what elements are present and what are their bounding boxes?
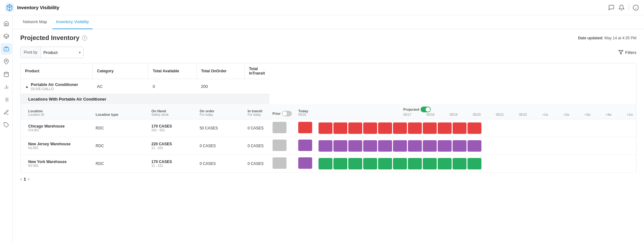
- color-box: [319, 158, 332, 169]
- page-header: Projected Inventory i Date updated: May …: [20, 34, 636, 42]
- main-layout: Network Map Inventory Visibility Project…: [0, 15, 644, 243]
- color-box: [467, 140, 481, 152]
- loc-type: RDC: [93, 119, 148, 137]
- sidebar-item-grid[interactable]: [1, 30, 12, 42]
- color-box: [378, 158, 392, 169]
- color-box-today: [298, 157, 312, 169]
- sub-col-location: Location Location ID: [21, 104, 93, 119]
- pagination-current: 1: [24, 177, 26, 181]
- loc-projected-boxes: [315, 137, 636, 155]
- date-updated: Date updated: May 14 at 4:35 PM: [578, 36, 636, 40]
- loc-name-cell: Chicago Warehouse CH-001: [21, 119, 93, 137]
- color-box: [453, 122, 467, 134]
- pagination-prev[interactable]: ‹: [20, 176, 22, 181]
- product-sub: OLIVE-GALLO: [31, 87, 78, 91]
- tabs-bar: Network Map Inventory Visibility: [13, 15, 644, 29]
- chat-icon[interactable]: [608, 4, 615, 11]
- color-box: [363, 140, 377, 152]
- app-title: Inventory Visibility: [17, 5, 59, 10]
- sidebar-item-chart[interactable]: [1, 81, 12, 93]
- sidebar-item-list[interactable]: [1, 94, 12, 105]
- color-box: [348, 140, 362, 152]
- sub-col-today: Today 05/16: [295, 104, 400, 119]
- color-box: [408, 140, 422, 152]
- sidebar-item-calendar[interactable]: [1, 69, 12, 80]
- color-box: [467, 122, 481, 134]
- product-cell: ▲ Portable Air Conditioner OLIVE-GALLO: [21, 79, 93, 94]
- pivot-select[interactable]: Product Location Category: [41, 47, 79, 58]
- color-box: [453, 140, 467, 152]
- loc-on-order: 50 CASES: [196, 119, 244, 137]
- col-product: Product: [21, 63, 93, 79]
- color-box: [378, 140, 392, 152]
- pagination: ‹ 1 ›: [20, 173, 636, 185]
- top-bar-left: Inventory Visibility: [5, 3, 59, 12]
- color-box-today: [298, 140, 312, 151]
- top-bar-icons: [608, 4, 639, 11]
- color-box: [467, 158, 481, 169]
- color-box: [378, 122, 392, 134]
- divider: [628, 4, 629, 11]
- projected-inventory-info-icon[interactable]: i: [82, 36, 87, 41]
- color-box: [348, 122, 362, 134]
- list-item: New Jersey Warehouse NJ-001 RDC 220 CASE…: [21, 137, 636, 155]
- pagination-next[interactable]: ›: [28, 176, 29, 181]
- pivot-arrow-icon: ▾: [79, 50, 83, 55]
- sub-section-header: Locations With Portable Air Conditioner: [21, 94, 636, 104]
- projected-toggle[interactable]: [421, 107, 431, 112]
- color-box: [333, 122, 347, 134]
- loc-today-box: [295, 155, 315, 173]
- tab-network-map[interactable]: Network Map: [19, 15, 51, 29]
- color-box-prior: [273, 140, 287, 151]
- loc-prior-box: [269, 119, 295, 137]
- controls-row: Pivot by Product Location Category ▾ Fil…: [20, 47, 636, 58]
- color-box: [363, 122, 377, 134]
- main-table: Product Category Total Available Total O…: [20, 63, 636, 173]
- color-box: [348, 158, 362, 169]
- color-box: [423, 140, 437, 152]
- page-content: Projected Inventory i Date updated: May …: [13, 29, 644, 243]
- sub-col-projected: Projected 05/17 05/18 05/19 05/20 05/21 …: [400, 104, 636, 119]
- sidebar-item-home[interactable]: [1, 18, 12, 29]
- loc-today-box: [295, 137, 315, 155]
- filters-icon: [618, 50, 623, 55]
- color-box: [423, 158, 437, 169]
- sidebar-item-pen[interactable]: [1, 107, 12, 118]
- prior-toggle[interactable]: [282, 111, 292, 116]
- loc-type: RDC: [93, 155, 148, 173]
- product-category: AC: [93, 79, 148, 94]
- sidebar-item-inventory[interactable]: [1, 43, 12, 55]
- product-total-available: 0: [148, 79, 196, 94]
- svg-rect-10: [4, 72, 9, 77]
- color-box: [319, 140, 332, 152]
- loc-on-order: 0 CASES: [196, 155, 244, 173]
- loc-today-box: [295, 119, 315, 137]
- tab-inventory-visibility[interactable]: Inventory Visibility: [52, 15, 93, 29]
- sidebar-item-location[interactable]: [1, 56, 12, 67]
- color-box-prior: [273, 122, 287, 133]
- product-name: Portable Air Conditioner: [31, 82, 78, 87]
- color-box: [333, 158, 347, 169]
- loc-type: RDC: [93, 137, 148, 155]
- list-item: New York Warehouse NY-001 RDC 170 CASES …: [21, 155, 636, 173]
- color-box-today: [298, 122, 312, 133]
- color-box: [393, 158, 407, 169]
- loc-on-hand: 170 CASES 11 - 151: [148, 155, 196, 173]
- sidebar-item-tag[interactable]: [1, 119, 12, 131]
- loc-name-cell: New York Warehouse NY-001: [21, 155, 93, 173]
- content-area: Network Map Inventory Visibility Project…: [13, 15, 644, 243]
- expand-product-button[interactable]: ▲: [25, 84, 29, 89]
- col-total-intransit: Total InTransit: [244, 63, 269, 79]
- app-logo: [5, 3, 14, 12]
- color-box: [438, 140, 452, 152]
- info-icon[interactable]: [633, 4, 639, 11]
- loc-projected-boxes: [315, 155, 636, 173]
- bell-icon[interactable]: [618, 4, 625, 11]
- loc-in-transit: 0 CASES: [244, 119, 269, 137]
- color-box: [423, 122, 437, 134]
- loc-on-hand: 220 CASES 11 - 201: [148, 137, 196, 155]
- loc-on-hand: 170 CASES 201 - 501: [148, 119, 196, 137]
- table-header-row: Product Category Total Available Total O…: [21, 63, 636, 79]
- loc-on-order: 0 CASES: [196, 137, 244, 155]
- filters-button[interactable]: Filters: [618, 50, 636, 55]
